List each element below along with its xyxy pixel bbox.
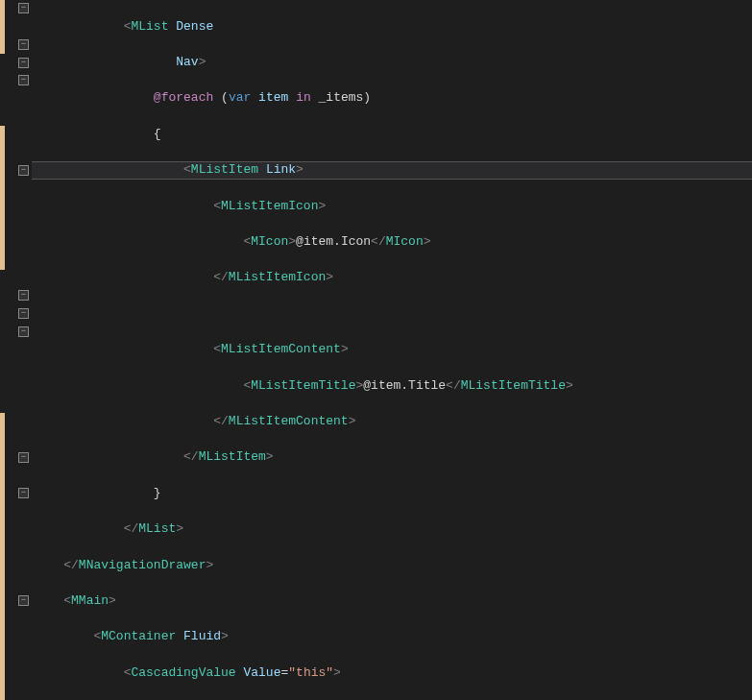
code-line-current[interactable]: <MListItem Link> <box>32 161 752 180</box>
fold-toggle[interactable]: − <box>18 290 29 301</box>
code-line[interactable]: <MListItemTitle>@item.Title</MListItemTi… <box>32 377 752 396</box>
code-line[interactable]: { <box>32 126 752 144</box>
code-line[interactable]: </MList> <box>32 520 752 539</box>
code-area[interactable]: <MList Dense Nav> @foreach (var item in … <box>32 0 752 700</box>
code-line[interactable] <box>32 305 752 324</box>
code-line[interactable]: @foreach (var item in _items) <box>32 89 752 108</box>
fold-toggle[interactable]: − <box>18 165 29 176</box>
fold-toggle[interactable]: − <box>18 39 29 50</box>
code-line[interactable]: Nav> <box>32 54 752 72</box>
fold-toggle[interactable]: − <box>18 595 29 606</box>
code-line[interactable]: } <box>32 485 752 503</box>
code-line[interactable]: <MIcon>@item.Icon</MIcon> <box>32 233 752 252</box>
code-line[interactable]: </MListItem> <box>32 448 752 467</box>
code-line[interactable]: <MMain> <box>32 592 752 611</box>
fold-toggle[interactable]: − <box>18 452 29 463</box>
fold-toggle[interactable]: − <box>18 488 29 498</box>
fold-toggle[interactable]: − <box>18 3 29 13</box>
code-line[interactable]: </MListItemContent> <box>32 413 752 431</box>
fold-gutter: − − − − − − − − − − − <box>5 0 32 700</box>
code-line[interactable]: </MNavigationDrawer> <box>32 557 752 575</box>
fold-toggle[interactable]: − <box>18 75 29 85</box>
fold-toggle[interactable]: − <box>18 308 29 319</box>
code-editor[interactable]: − − − − − − − − − − − <MList Dense Nav> … <box>0 0 752 700</box>
fold-toggle[interactable]: − <box>18 326 29 337</box>
code-line[interactable]: <MContainer Fluid> <box>32 628 752 646</box>
code-line[interactable]: </MListItemIcon> <box>32 269 752 287</box>
code-line[interactable]: <MListItemIcon> <box>32 198 752 216</box>
code-line[interactable]: <MListItemContent> <box>32 341 752 359</box>
code-line[interactable]: <CascadingValue Value="this"> <box>32 664 752 683</box>
code-line[interactable]: <MList Dense <box>32 18 752 36</box>
fold-toggle[interactable]: − <box>18 58 29 68</box>
